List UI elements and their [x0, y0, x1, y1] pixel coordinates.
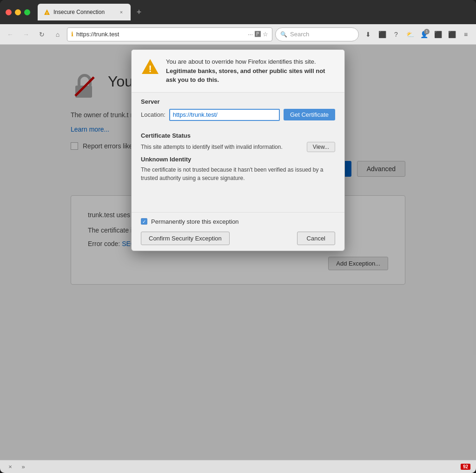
minimize-traffic-light[interactable] [15, 9, 21, 15]
toolbar-icons: ⬇ ⬛ ? ⛅ 👤 1 ⬛ ⬛ ≡ [362, 28, 472, 41]
server-section: Server Location: Get Certificate [132, 93, 344, 128]
location-input[interactable] [169, 109, 280, 121]
active-tab[interactable]: ! Insecure Connection × [38, 4, 131, 20]
address-bar[interactable]: ℹ https://trunk.test ··· 🅿 ☆ [67, 27, 272, 41]
modal-warning-section: ! You are about to override how Firefox … [132, 50, 344, 93]
more-icon[interactable]: ··· [248, 31, 253, 38]
refresh-icon: ↻ [39, 31, 45, 38]
notification-icon[interactable]: 👤 1 [417, 28, 430, 41]
download-icon[interactable]: ⬇ [362, 28, 375, 41]
bookmark-icon[interactable]: ☆ [263, 31, 268, 38]
address-text: https://trunk.test [76, 31, 245, 38]
forward-icon: → [23, 31, 29, 38]
browser-window: ! Insecure Connection × + ← → ↻ ⌂ ℹ http… [0, 0, 476, 473]
status-badge: 92 [461, 464, 470, 470]
back-icon: ← [7, 31, 13, 38]
search-placeholder: Search [290, 31, 309, 38]
modal-footer: Permanently store this exception Confirm… [132, 212, 344, 251]
permanently-store-label: Permanently store this exception [151, 218, 239, 225]
reader-mode-icon[interactable]: ⬛ [445, 28, 458, 41]
cert-status-text: This site attempts to identify itself wi… [141, 144, 302, 150]
modal-body-area [132, 184, 344, 212]
insecure-icon: ℹ [71, 31, 73, 38]
nav-bar: ← → ↻ ⌂ ℹ https://trunk.test ··· 🅿 ☆ 🔍 S… [0, 24, 476, 45]
confirm-security-exception-button[interactable]: Confirm Security Exception [141, 232, 230, 245]
permanently-store-row: Permanently store this exception [141, 218, 335, 225]
close-traffic-light[interactable] [6, 9, 12, 15]
security-exception-modal: ! You are about to override how Firefox … [131, 49, 345, 251]
pocket-icon[interactable]: 🅿 [255, 31, 261, 38]
location-row: Location: Get Certificate [141, 109, 335, 121]
search-icon: 🔍 [280, 31, 287, 38]
permanently-store-checkbox[interactable] [141, 218, 147, 225]
warning-bold-text: Legitimate banks, stores, and other publ… [166, 67, 325, 84]
unknown-identity-label: Unknown Identity [141, 156, 335, 163]
cert-status-row: This site attempts to identify itself wi… [141, 142, 335, 152]
stop-button[interactable]: × [6, 462, 15, 472]
get-certificate-button[interactable]: Get Certificate [284, 109, 335, 120]
search-bar[interactable]: 🔍 Search [275, 27, 359, 41]
traffic-lights [6, 9, 30, 15]
forward-button[interactable]: → [20, 28, 33, 41]
refresh-button[interactable]: ↻ [35, 28, 48, 41]
back-button[interactable]: ← [4, 28, 17, 41]
notif-badge: 1 [424, 29, 430, 34]
tab-close-button[interactable]: × [118, 8, 125, 16]
server-section-title: Server [141, 98, 335, 105]
title-bar: ! Insecure Connection × + [0, 0, 476, 24]
maximize-traffic-light[interactable] [24, 9, 30, 15]
sync-icon[interactable]: ⛅ [403, 28, 416, 41]
svg-text:!: ! [149, 64, 152, 74]
view-cert-button[interactable]: View... [307, 142, 335, 152]
svg-text:!: ! [46, 11, 48, 15]
help-icon[interactable]: ? [390, 28, 403, 41]
home-button[interactable]: ⌂ [51, 28, 64, 41]
devtools-icon[interactable]: ⬛ [431, 28, 444, 41]
home-icon: ⌂ [56, 31, 60, 38]
hamburger-menu-icon[interactable]: ≡ [459, 28, 472, 41]
tab-title: Insecure Connection [53, 9, 115, 15]
page-content: Your conne The owner of trunk.t rom bein… [0, 45, 476, 460]
status-bar: × » 92 [0, 460, 476, 473]
tab-favicon: ! [43, 8, 51, 16]
tab-bar: ! Insecure Connection × + [38, 4, 470, 20]
status-forward-button[interactable]: » [19, 462, 28, 472]
address-actions: ··· 🅿 ☆ [248, 31, 268, 38]
cert-status-title: Certificate Status [141, 132, 335, 139]
location-label: Location: [141, 111, 165, 118]
cert-status-section: Certificate Status This site attempts to… [132, 128, 344, 184]
warning-triangle-icon: ! [141, 57, 159, 76]
new-tab-button[interactable]: + [132, 6, 145, 19]
cert-detail-text: The certificate is not trusted because i… [141, 166, 335, 182]
warning-text: You are about to override how Firefox id… [166, 57, 335, 85]
modal-buttons: Confirm Security Exception Cancel [141, 232, 335, 245]
library-icon[interactable]: ⬛ [376, 28, 389, 41]
modal-overlay: ! You are about to override how Firefox … [0, 45, 476, 460]
cancel-button[interactable]: Cancel [297, 232, 335, 245]
